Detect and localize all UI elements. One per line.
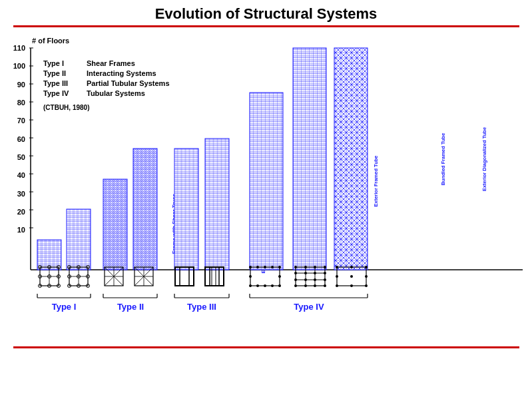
bar7-label: Exterior Framed Tube [373,156,379,207]
y-tick-20: 20 [17,208,25,216]
page: Evolution of Structural Systems # of Flo… [0,0,532,399]
fp-bu-d12 [324,278,326,281]
y-tick-50: 50 [17,153,25,161]
fp-end-channel1-right [189,267,194,286]
fp-ed-d1 [336,266,338,268]
legend-type4-desc: Tubular Systems [87,89,145,97]
fp-ed-d5 [350,275,353,278]
bar-label-semi-rigid: Semi-Rigid [0,31,15,33]
fp-bu-d6 [304,272,307,274]
fp-ext-framed-outer [250,267,280,286]
legend-type3-label: Type III [43,79,68,87]
fp-end-channel2-outer [205,267,224,286]
bar9-label: Exterior Diagonalized Tube [481,127,487,191]
type2-bottom-label: Type II [117,302,144,312]
bar-frame-shear-truss [103,179,127,270]
chart-svg: # of Floors 110 100 90 80 70 60 50 40 30… [0,31,532,291]
bar8-label: Bundled Framed Tube [440,133,446,186]
legend-type2-desc: Interacting Systems [87,69,156,77]
fp-bu-d9 [294,278,297,281]
fp-bu-d2 [304,266,307,268]
bar-end-channel-middle [205,139,229,270]
fp-bu-d8 [324,272,326,274]
fp-ed-d3 [365,266,368,268]
type1-bottom-label: Type I [52,302,77,312]
fp-ed-d9 [365,284,368,287]
fp-ed-d6 [365,275,368,278]
fp-bu-d15 [314,284,316,287]
fp-bundled-outer [296,267,325,286]
page-title: Evolution of Structural Systems [0,0,532,25]
fp-ef-d2 [256,266,259,268]
bar-bundled-framed [293,48,326,270]
bar-frame-shear-band [133,149,157,270]
fp-bu-d14 [304,284,307,287]
fp-ef-d7 [278,275,281,278]
fp-bu-d1 [294,266,297,268]
fp-bu-d3 [314,266,316,268]
fp-bu-d10 [304,278,307,281]
y-tick-10: 10 [17,226,25,234]
y-tick-70: 70 [17,117,25,125]
y-tick-100: 100 [13,62,25,70]
legend-type4-label: Type IV [43,89,69,97]
bottom-section: Type I Type II Type III Type IV [0,262,532,348]
fp-ec2-right [219,267,224,286]
fp-bu-d16 [324,284,326,287]
fp-bu-d4 [324,266,326,268]
fp-ef-d4 [271,266,274,268]
type3-bottom-label: Type III [187,302,216,312]
fp-bu-d5 [294,272,297,274]
legend-type1-label: Type I [43,59,64,67]
fp-bu-d13 [294,284,297,287]
fp-ef-d8 [249,284,252,287]
fp-bu-d7 [314,272,316,274]
y-tick-60: 60 [17,135,25,143]
fp-ef-d10 [264,284,266,287]
fp-ec2-left [205,267,210,286]
fp-ef-d12 [278,284,281,287]
y-axis-label: # of Floors [32,37,69,45]
fp-ef-d3 [264,266,266,268]
legend-type3-desc: Partial Tubular Systems [87,79,170,87]
fp-ed-d2 [350,266,353,268]
fp-ed-d8 [350,284,353,287]
fp-ef-d1 [249,266,252,268]
bar-end-channel-framed [174,149,198,270]
bar-exterior-diag [334,48,368,270]
y-tick-90: 90 [17,81,25,89]
top-red-line [13,25,519,27]
y-tick-80: 80 [17,99,25,107]
fp-ed-d4 [336,275,338,278]
y-tick-110: 110 [13,44,25,52]
bar-rigid-frame [67,209,91,270]
fp-ef-d5 [278,266,281,268]
fp-ef-d9 [256,284,259,287]
fp-ed-d7 [336,284,338,287]
fp-ef-d11 [271,284,274,287]
fp-bu-d11 [314,278,316,281]
type4-bottom-label: Type IV [294,302,324,312]
y-tick-30: 30 [17,190,25,198]
fp-ec2-mid [212,267,216,286]
legend-note: (CTBUH, 1980) [43,104,89,111]
legend-type2-label: Type II [43,69,66,77]
bottom-red-line [13,346,519,348]
fp-end-channel1-outer [175,267,194,286]
legend-type1-desc: Shear Frames [87,59,135,67]
fp-ef-d6 [249,275,252,278]
fp-end-channel1-left [175,267,180,286]
y-tick-40: 40 [17,171,25,179]
bar-exterior-framed [250,93,283,270]
floor-plans-svg: Type I Type II Type III Type IV [0,262,532,342]
